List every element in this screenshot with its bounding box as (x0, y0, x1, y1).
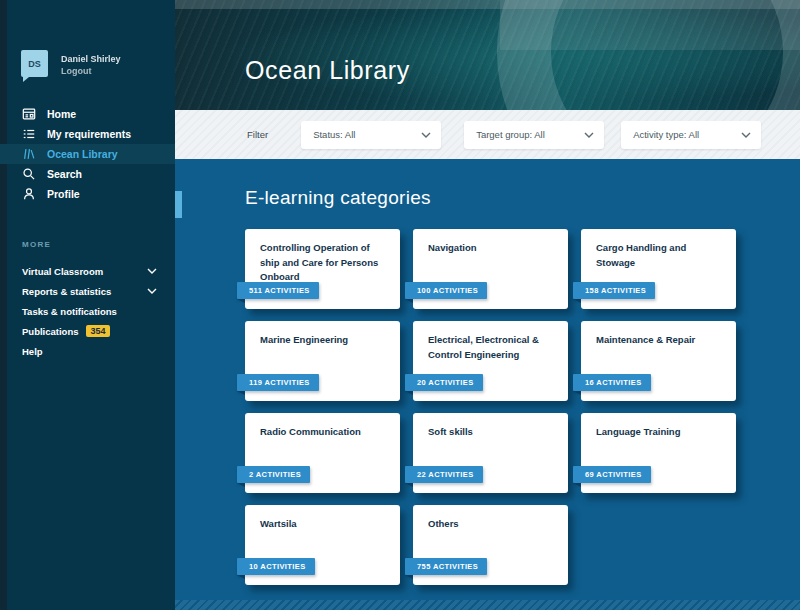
activities-count-badge: 755 ACTIVITIES (405, 558, 487, 575)
sidebar-item-my-requirements[interactable]: My requirements (0, 124, 175, 144)
library-icon (22, 147, 36, 161)
category-card-electrical-engineering[interactable]: Electrical, Electronical & Control Engin… (413, 321, 568, 401)
card-title: Marine Engineering (260, 333, 385, 348)
more-item-label: Virtual Classroom (22, 266, 103, 277)
category-cards-grid: Controlling Operation of ship and Care f… (245, 229, 736, 585)
sidebar: DS Daniel Shirley Logout Home (0, 0, 175, 610)
category-card-language-training[interactable]: Language Training 69 ACTIVITIES (581, 413, 736, 493)
profile-icon (22, 187, 36, 201)
sidebar-item-search[interactable]: Search (0, 164, 175, 184)
more-item-label: Tasks & notifications (22, 306, 117, 317)
sidebar-item-help[interactable]: Help (0, 341, 175, 361)
sidebar-item-label: Search (47, 168, 82, 180)
category-card-others[interactable]: Others 755 ACTIVITIES (413, 505, 568, 585)
sidebar-item-home[interactable]: Home (0, 104, 175, 124)
category-card-radio-communication[interactable]: Radio Communication 2 ACTIVITIES (245, 413, 400, 493)
activities-count-badge: 10 ACTIVITIES (237, 558, 315, 575)
activities-count-badge: 16 ACTIVITIES (573, 374, 651, 391)
avatar[interactable]: DS (21, 50, 48, 77)
target-group-dropdown[interactable]: Target group: All (464, 121, 604, 149)
card-title: Others (428, 517, 553, 532)
sidebar-item-label: My requirements (47, 128, 131, 140)
sidebar-item-label: Profile (47, 188, 80, 200)
activities-count-badge: 22 ACTIVITIES (405, 466, 483, 483)
user-panel: DS Daniel Shirley Logout (21, 50, 121, 77)
app-window: DS Daniel Shirley Logout Home (0, 0, 800, 610)
activity-type-dropdown-value: Activity type: All (633, 129, 699, 140)
page-header: Ocean Library (175, 0, 800, 110)
sidebar-item-label: Ocean Library (47, 148, 118, 160)
category-card-marine-engineering[interactable]: Marine Engineering 119 ACTIVITIES (245, 321, 400, 401)
more-item-label: Reports & statistics (22, 286, 111, 297)
more-item-label: Help (22, 346, 43, 357)
header-logo-watermark (497, 0, 800, 110)
filter-label: Filter (247, 129, 268, 140)
heading-accent-bar (175, 191, 182, 218)
more-section-label: MORE (0, 240, 175, 249)
chevron-down-icon (584, 132, 594, 138)
card-title: Controlling Operation of ship and Care f… (260, 241, 385, 285)
header-top-strip (175, 0, 800, 9)
card-title: Wartsila (260, 517, 385, 532)
status-dropdown-value: Status: All (313, 129, 355, 140)
chevron-down-icon (421, 132, 431, 138)
content-footer-texture (175, 600, 800, 610)
sidebar-item-virtual-classroom[interactable]: Virtual Classroom (0, 261, 175, 281)
list-icon (22, 127, 36, 141)
category-card-soft-skills[interactable]: Soft skills 22 ACTIVITIES (413, 413, 568, 493)
card-title: Maintenance & Repair (596, 333, 721, 348)
card-title: Language Training (596, 425, 721, 440)
dashboard-icon (22, 107, 36, 121)
sidebar-nav: Home My requirements (0, 104, 175, 204)
card-title: Radio Communication (260, 425, 385, 440)
card-title: Soft skills (428, 425, 553, 440)
user-name: Daniel Shirley (61, 53, 121, 65)
chevron-down-icon (147, 288, 157, 294)
avatar-initials: DS (28, 59, 41, 69)
publications-count-badge: 354 (86, 325, 109, 337)
sidebar-item-publications[interactable]: Publications 354 (0, 321, 175, 341)
sidebar-item-reports-statistics[interactable]: Reports & statistics (0, 281, 175, 301)
user-text: Daniel Shirley Logout (61, 50, 121, 77)
main-content: E-learning categories Controlling Operat… (175, 159, 800, 610)
chevron-down-icon (147, 268, 157, 274)
category-card-maintenance-repair[interactable]: Maintenance & Repair 16 ACTIVITIES (581, 321, 736, 401)
chevron-down-icon (741, 132, 751, 138)
logout-link[interactable]: Logout (61, 65, 121, 77)
card-title: Cargo Handling and Stowage (596, 241, 721, 270)
sidebar-item-tasks-notifications[interactable]: Tasks & notifications (0, 301, 175, 321)
category-card-controlling-operation[interactable]: Controlling Operation of ship and Care f… (245, 229, 400, 309)
more-item-label: Publications (22, 326, 78, 337)
sidebar-more-section: MORE Virtual Classroom Reports & statist… (0, 240, 175, 361)
filter-bar: Filter Status: All Target group: All Act… (175, 110, 800, 159)
search-icon (22, 167, 36, 181)
activities-count-badge: 158 ACTIVITIES (573, 282, 655, 299)
activities-count-badge: 69 ACTIVITIES (573, 466, 651, 483)
category-card-cargo-handling[interactable]: Cargo Handling and Stowage 158 ACTIVITIE… (581, 229, 736, 309)
sidebar-item-ocean-library[interactable]: Ocean Library (0, 144, 175, 164)
category-card-wartsila[interactable]: Wartsila 10 ACTIVITIES (245, 505, 400, 585)
category-card-navigation[interactable]: Navigation 100 ACTIVITIES (413, 229, 568, 309)
section-heading: E-learning categories (245, 187, 431, 209)
status-dropdown[interactable]: Status: All (301, 121, 441, 149)
activities-count-badge: 2 ACTIVITIES (237, 466, 310, 483)
page-title: Ocean Library (245, 56, 410, 85)
target-group-dropdown-value: Target group: All (476, 129, 545, 140)
activities-count-badge: 119 ACTIVITIES (237, 374, 319, 391)
activities-count-badge: 511 ACTIVITIES (237, 282, 319, 299)
activities-count-badge: 20 ACTIVITIES (405, 374, 483, 391)
card-title: Navigation (428, 241, 553, 256)
card-title: Electrical, Electronical & Control Engin… (428, 333, 553, 362)
sidebar-item-profile[interactable]: Profile (0, 184, 175, 204)
activity-type-dropdown[interactable]: Activity type: All (621, 121, 761, 149)
activities-count-badge: 100 ACTIVITIES (405, 282, 487, 299)
sidebar-item-label: Home (47, 108, 76, 120)
